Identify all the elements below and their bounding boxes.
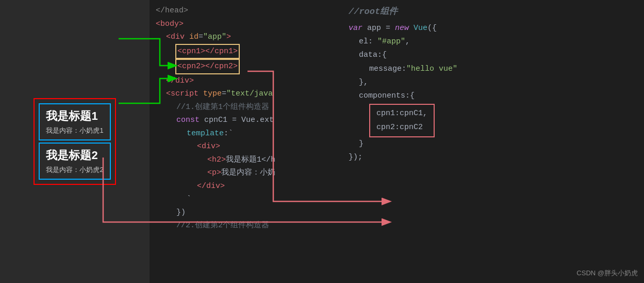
js-line-data: data:{ bbox=[349, 49, 636, 62]
code-line-head: </head> bbox=[156, 4, 334, 18]
code-line-body: <body> bbox=[156, 18, 334, 31]
code-line-div-app: <div id="app"> bbox=[156, 30, 334, 44]
code-line-comment2: //2.创建第2个组件构造器 bbox=[156, 219, 334, 232]
comp1-title: 我是标题1 bbox=[46, 108, 103, 124]
comp1-content: 我是内容：小奶虎1 bbox=[46, 126, 103, 135]
code-line-backtick: ` bbox=[156, 193, 334, 206]
left-panel: 我是标题1 我是内容：小奶虎1 我是标题2 我是内容：小奶虎2 bbox=[0, 0, 150, 283]
cpn2-highlight: <cpn2></cpn2> bbox=[175, 59, 240, 74]
components-highlight-box: cpn1:cpnC1, cpn2:cpnC2 bbox=[369, 103, 435, 137]
red-box: cpn1:cpnC1, cpn2:cpnC2 bbox=[369, 104, 435, 137]
code-line-template: template:` bbox=[156, 127, 334, 140]
code-line-close-paren: }) bbox=[156, 206, 334, 219]
js-line-data-close: }, bbox=[349, 76, 636, 89]
ui-demo: 我是标题1 我是内容：小奶虎1 我是标题2 我是内容：小奶虎2 bbox=[34, 98, 115, 185]
code-line-comment1: //1.创建第1个组件构造器 bbox=[156, 101, 334, 114]
comp2-content: 我是内容：小奶虎2 bbox=[46, 165, 103, 175]
js-line-components: components:{ bbox=[349, 89, 636, 103]
js-line-1: var app = new Vue({ bbox=[349, 22, 636, 35]
js-cpn2: cpn2:cpnC2 bbox=[376, 121, 427, 134]
js-line-el: el: "#app", bbox=[349, 35, 636, 49]
code-line-const: const cpnC1 = Vue.ext bbox=[156, 114, 334, 127]
code-line-div-close: </div> bbox=[156, 74, 334, 88]
watermark: CSDN @胖头小奶虎 bbox=[576, 269, 638, 278]
code-line-h2: <h2>我是标题1</h bbox=[156, 153, 334, 167]
code-line-inner-div: <div> bbox=[156, 140, 334, 153]
code-line-p: <p>我是内容：小奶 bbox=[156, 166, 334, 180]
component-box-2: 我是标题2 我是内容：小奶虎2 bbox=[39, 143, 110, 180]
js-comment-root: //root组件 bbox=[349, 4, 636, 20]
code-line-script: <script type="text/java bbox=[156, 87, 334, 101]
right-panel: //root组件 var app = new Vue({ el: "#app",… bbox=[340, 0, 644, 283]
code-line-cpn2: <cpn2></cpn2> bbox=[156, 59, 334, 74]
js-line-message: message:"hello vue" bbox=[349, 62, 636, 76]
code-line-inner-div-close: </div> bbox=[156, 180, 334, 193]
component-box-1: 我是标题1 我是内容：小奶虎1 bbox=[39, 103, 110, 140]
js-cpn1: cpn1:cpnC1, bbox=[376, 107, 427, 120]
cpn1-highlight: <cpn1></cpn1> bbox=[175, 44, 240, 59]
middle-panel: </head> <body> <div id="app"> <cpn1></cp… bbox=[150, 0, 340, 283]
js-line-vue-close: }); bbox=[349, 151, 636, 164]
js-line-components-close: } bbox=[349, 137, 636, 151]
comp2-title: 我是标题2 bbox=[46, 148, 103, 163]
code-line-cpn1: <cpn1></cpn1> bbox=[156, 44, 334, 59]
